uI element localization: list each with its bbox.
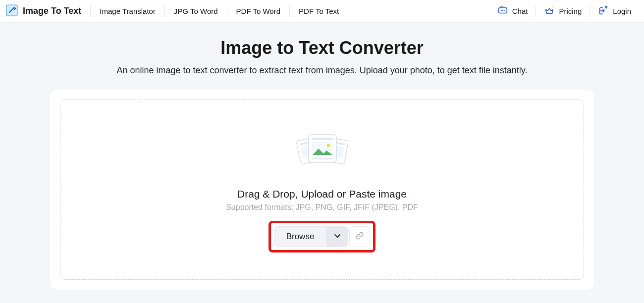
nav-pdf-to-text[interactable]: PDF To Text bbox=[289, 5, 348, 17]
svg-point-2 bbox=[501, 5, 502, 6]
logo-text: Image To Text bbox=[23, 6, 81, 16]
svg-point-18 bbox=[327, 144, 330, 148]
svg-rect-16 bbox=[312, 138, 333, 140]
nav-pdf-to-word[interactable]: PDF To Word bbox=[227, 5, 289, 17]
button-row: Browse bbox=[268, 221, 376, 252]
upload-card: Drag & Drop, Upload or Paste image Suppo… bbox=[50, 90, 594, 290]
image-stack-icon bbox=[295, 130, 349, 174]
crown-icon bbox=[544, 5, 555, 17]
login-link[interactable]: Login bbox=[590, 5, 639, 17]
page-title: Image to Text Converter bbox=[0, 38, 644, 58]
chat-icon bbox=[497, 5, 508, 17]
nav-jpg-to-word[interactable]: JPG To Word bbox=[164, 5, 227, 17]
chat-link[interactable]: Chat bbox=[489, 5, 536, 17]
nav-image-translator[interactable]: Image Translator bbox=[90, 5, 164, 17]
pricing-label: Pricing bbox=[559, 7, 582, 15]
svg-point-7 bbox=[503, 10, 504, 11]
pricing-link[interactable]: Pricing bbox=[536, 5, 590, 17]
annotation-highlight: Browse bbox=[268, 221, 376, 252]
drop-text: Drag & Drop, Upload or Paste image bbox=[237, 188, 407, 200]
nav: Image Translator JPG To Word PDF To Word… bbox=[90, 0, 348, 22]
svg-point-3 bbox=[502, 6, 503, 7]
login-icon bbox=[598, 5, 609, 17]
logo-icon bbox=[5, 3, 19, 19]
logo[interactable]: Image To Text bbox=[5, 3, 90, 19]
browse-label: Browse bbox=[286, 232, 315, 242]
svg-rect-19 bbox=[312, 158, 333, 159]
link-icon bbox=[355, 231, 364, 242]
page-subtitle: An online image to text converter to ext… bbox=[0, 65, 644, 76]
svg-point-6 bbox=[502, 10, 503, 11]
header-right: Chat Pricing Login bbox=[489, 0, 639, 22]
browse-button[interactable]: Browse bbox=[274, 226, 327, 247]
svg-point-1 bbox=[499, 6, 500, 7]
formats-text: Supported formats: JPG, PNG, GIF, JFIF (… bbox=[226, 203, 418, 212]
chevron-down-icon bbox=[333, 232, 341, 242]
svg-point-5 bbox=[501, 10, 502, 11]
main: Image to Text Converter An online image … bbox=[0, 23, 644, 290]
header: Image To Text Image Translator JPG To Wo… bbox=[0, 0, 644, 23]
dropzone[interactable]: Drag & Drop, Upload or Paste image Suppo… bbox=[60, 100, 584, 280]
url-link-button[interactable] bbox=[349, 226, 370, 247]
chat-label: Chat bbox=[512, 7, 528, 15]
browse-dropdown-button[interactable] bbox=[326, 226, 348, 247]
login-label: Login bbox=[613, 7, 631, 15]
